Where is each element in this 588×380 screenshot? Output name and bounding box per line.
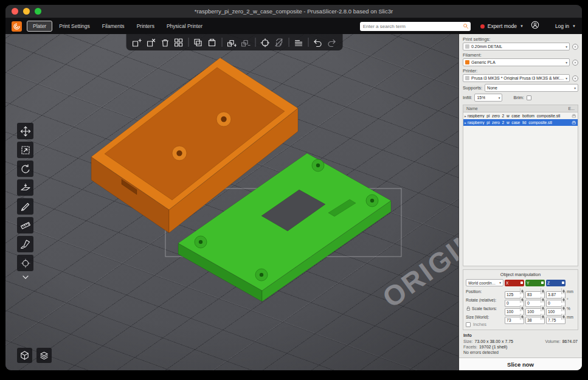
object-list: ▸ raspberry_pi_zero_2_w_case_bottom_comp… bbox=[463, 112, 578, 266]
minimize-button[interactable] bbox=[23, 8, 30, 15]
undo-button[interactable] bbox=[311, 36, 324, 49]
spinner[interactable] bbox=[561, 305, 565, 311]
mode-caret-icon: ▼ bbox=[520, 24, 524, 28]
tab-printers[interactable]: Printers bbox=[131, 21, 160, 31]
login-button[interactable]: Log in ▼ bbox=[555, 23, 576, 29]
infill-value: 15% bbox=[477, 95, 485, 100]
spinner[interactable] bbox=[541, 314, 544, 320]
preview-view-button[interactable] bbox=[36, 348, 52, 363]
split-objects-icon bbox=[260, 38, 270, 47]
spinner[interactable] bbox=[520, 288, 524, 294]
supports-select[interactable]: None ▾ bbox=[485, 84, 578, 92]
viewport-3d[interactable]: ORIGINAL bbox=[5, 34, 458, 370]
inches-checkbox[interactable] bbox=[466, 322, 471, 327]
tab-physical-printer[interactable]: Physical Printer bbox=[161, 21, 208, 31]
move-tool-button[interactable] bbox=[17, 123, 33, 139]
object-list-item-selected[interactable]: ▸ raspberry_pi_zero_2_w_case_lid_composi… bbox=[463, 119, 578, 126]
preview-layers-icon bbox=[39, 350, 49, 361]
add-instance-icon bbox=[227, 38, 237, 47]
infill-select[interactable]: 15% ▾ bbox=[474, 94, 502, 102]
spinner[interactable] bbox=[541, 297, 544, 303]
delete-all-icon bbox=[160, 38, 170, 47]
delete-all-button[interactable] bbox=[158, 36, 171, 49]
printer-edit-button[interactable] bbox=[572, 75, 578, 81]
remove-model-button[interactable] bbox=[144, 36, 157, 49]
printable-toggle-icon[interactable] bbox=[572, 114, 576, 119]
editor-view-button[interactable] bbox=[17, 348, 32, 363]
rotate-tool-button[interactable] bbox=[17, 161, 33, 177]
spinner[interactable] bbox=[561, 288, 565, 294]
slice-now-button[interactable]: Slice now bbox=[459, 358, 582, 370]
chevron-down-icon bbox=[22, 275, 29, 280]
tab-plater[interactable]: Plater bbox=[27, 21, 52, 32]
scale-tool-icon bbox=[20, 145, 31, 156]
scale-unit: % bbox=[567, 306, 576, 311]
prusaslicer-logo-icon bbox=[12, 21, 22, 32]
filament-select[interactable]: Generic PLA ▾ bbox=[463, 58, 570, 66]
split-parts-button[interactable] bbox=[272, 36, 285, 49]
zoom-button[interactable] bbox=[35, 8, 41, 15]
print-settings-edit-button[interactable] bbox=[572, 44, 578, 50]
mode-label: Expert mode bbox=[488, 23, 517, 29]
expert-mode-indicator-dot bbox=[480, 24, 485, 29]
printer-select[interactable]: Prusa i3 MK3S * Original Prusa i3 MK3S &… bbox=[463, 74, 570, 82]
flatten-tool-icon bbox=[20, 182, 31, 193]
tab-print-settings[interactable]: Print Settings bbox=[54, 21, 95, 31]
tab-filaments[interactable]: Filaments bbox=[97, 21, 130, 31]
spinner[interactable] bbox=[520, 305, 524, 311]
redo-button[interactable] bbox=[325, 36, 338, 49]
coordinates-select[interactable]: World coordinates ▾ bbox=[466, 279, 503, 286]
inches-label: Inches bbox=[473, 322, 486, 327]
spinner[interactable] bbox=[561, 314, 565, 320]
uniform-scale-lock-icon[interactable] bbox=[466, 306, 471, 311]
arrange-button[interactable] bbox=[172, 36, 185, 49]
add-instance-button[interactable] bbox=[225, 36, 238, 49]
remove-instance-button[interactable] bbox=[239, 36, 252, 49]
printable-toggle-icon[interactable] bbox=[572, 120, 576, 125]
combo-arrow-icon: ▾ bbox=[574, 86, 576, 90]
account-button[interactable] bbox=[531, 21, 539, 32]
measure-tool-button[interactable] bbox=[17, 217, 33, 233]
brim-checkbox[interactable] bbox=[527, 95, 531, 100]
split-objects-button[interactable] bbox=[258, 36, 271, 49]
mode-selector[interactable]: Expert mode ▼ bbox=[480, 23, 524, 29]
search-icon bbox=[463, 23, 469, 29]
seam-tool-button[interactable] bbox=[17, 255, 33, 271]
spinner[interactable] bbox=[541, 305, 544, 311]
scale-tool-button[interactable] bbox=[17, 142, 33, 158]
spinner[interactable] bbox=[520, 314, 524, 320]
size-info-label: Size: bbox=[463, 339, 473, 344]
object-list-item[interactable]: ▸ raspberry_pi_zero_2_w_case_bottom_comp… bbox=[463, 112, 578, 119]
toolbar-separator bbox=[221, 38, 222, 47]
facets-info-value: 19702 (1 shell) bbox=[479, 345, 507, 349]
coordinates-value: World coordinates bbox=[468, 281, 497, 285]
print-settings-label: Print settings: bbox=[463, 36, 578, 42]
cut-tool-button[interactable] bbox=[17, 198, 33, 215]
cut-tool-icon bbox=[20, 201, 31, 212]
paint-support-tool-button[interactable] bbox=[17, 236, 33, 252]
add-model-button[interactable] bbox=[130, 36, 143, 49]
supports-label: Supports: bbox=[463, 85, 482, 91]
search-input[interactable] bbox=[360, 22, 471, 31]
spinner[interactable] bbox=[541, 288, 544, 294]
collapse-toolbar-button[interactable] bbox=[17, 274, 33, 280]
titlebar: *raspberry_pi_zero_2_w_case_composite - … bbox=[5, 5, 582, 18]
spinner[interactable] bbox=[520, 297, 524, 303]
combo-arrow-icon: ▾ bbox=[566, 45, 567, 49]
axis-x-box bbox=[521, 282, 523, 284]
search-box[interactable] bbox=[360, 22, 471, 31]
filament-label: Filament: bbox=[463, 52, 578, 58]
copy-button[interactable] bbox=[192, 36, 204, 49]
print-settings-select[interactable]: 0.20mm DETAIL ▾ bbox=[463, 43, 570, 50]
spinner[interactable] bbox=[561, 297, 565, 303]
axis-x-header: X bbox=[505, 280, 524, 286]
copy-icon bbox=[193, 38, 203, 47]
close-button[interactable] bbox=[12, 8, 18, 15]
place-on-face-tool-button[interactable] bbox=[17, 179, 33, 196]
object-list-header: Name E... bbox=[463, 105, 578, 112]
facets-info-label: Facets: bbox=[463, 345, 477, 349]
variable-layer-height-button[interactable] bbox=[292, 36, 305, 49]
paste-button[interactable] bbox=[206, 36, 218, 49]
filament-edit-button[interactable] bbox=[572, 60, 578, 66]
view-mode-buttons bbox=[17, 348, 52, 363]
